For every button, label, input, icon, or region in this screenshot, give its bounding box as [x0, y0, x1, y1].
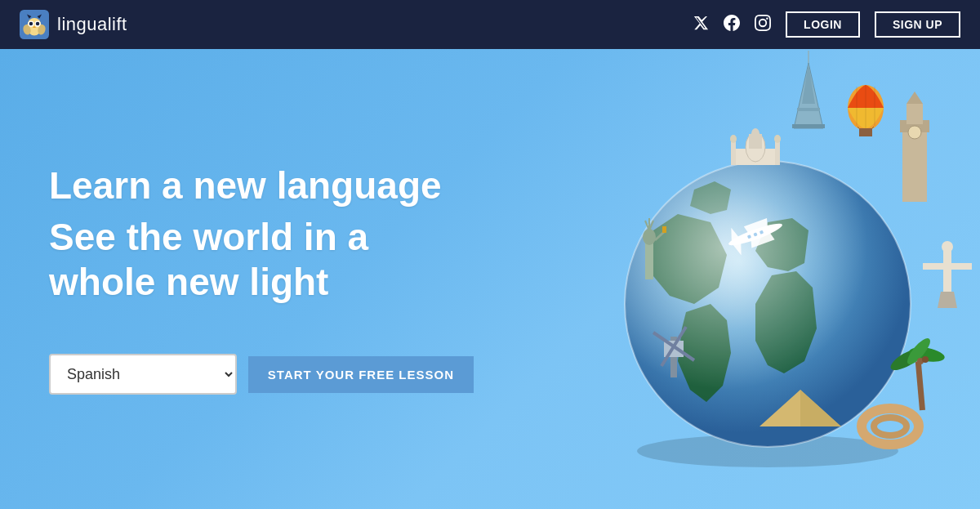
svg-point-41	[774, 135, 781, 143]
svg-point-39	[730, 135, 737, 143]
start-lesson-button[interactable]: START YOUR FREE LESSON	[248, 356, 474, 393]
brand-name: lingualift	[57, 14, 127, 35]
svg-rect-65	[859, 128, 872, 136]
svg-rect-19	[792, 124, 825, 128]
owl-logo-icon	[20, 10, 49, 39]
svg-rect-38	[731, 141, 736, 165]
globe-illustration	[514, 51, 980, 508]
svg-point-28	[643, 229, 656, 245]
navbar-brand: lingualift	[20, 10, 127, 39]
instagram-icon[interactable]	[755, 15, 771, 35]
svg-marker-25	[906, 92, 923, 104]
twitter-icon[interactable]	[693, 15, 709, 35]
facebook-icon[interactable]	[724, 15, 740, 35]
signup-button[interactable]: SIGN UP	[875, 11, 960, 38]
svg-point-6	[36, 22, 40, 26]
svg-point-37	[751, 128, 760, 140]
navbar: lingualift LOGIN SIGN UP	[0, 0, 980, 49]
svg-point-77	[874, 417, 906, 435]
svg-rect-40	[775, 141, 780, 165]
hero-title-line2: See the world in a whole new light	[49, 215, 474, 305]
svg-rect-20	[797, 108, 820, 111]
svg-rect-24	[906, 104, 923, 124]
svg-rect-42	[943, 251, 951, 292]
hero-title-line1: Learn a new language	[49, 163, 474, 208]
svg-point-26	[908, 126, 921, 139]
login-button[interactable]: LOGIN	[786, 11, 860, 38]
language-select[interactable]: Spanish Japanese French German Mandarin …	[49, 354, 237, 395]
svg-point-76	[862, 409, 919, 444]
navbar-right: LOGIN SIGN UP	[693, 11, 960, 38]
svg-point-44	[942, 241, 953, 252]
svg-rect-55	[915, 360, 925, 409]
svg-marker-46	[938, 292, 957, 308]
svg-rect-33	[662, 226, 666, 233]
hero-content: Learn a new language See the world in a …	[0, 163, 474, 395]
svg-point-60	[922, 356, 929, 363]
svg-point-15	[625, 161, 911, 447]
svg-rect-43	[923, 263, 972, 270]
hero-section: Learn a new language See the world in a …	[0, 49, 980, 509]
hero-cta: Spanish Japanese French German Mandarin …	[49, 354, 474, 395]
svg-point-5	[29, 22, 33, 26]
